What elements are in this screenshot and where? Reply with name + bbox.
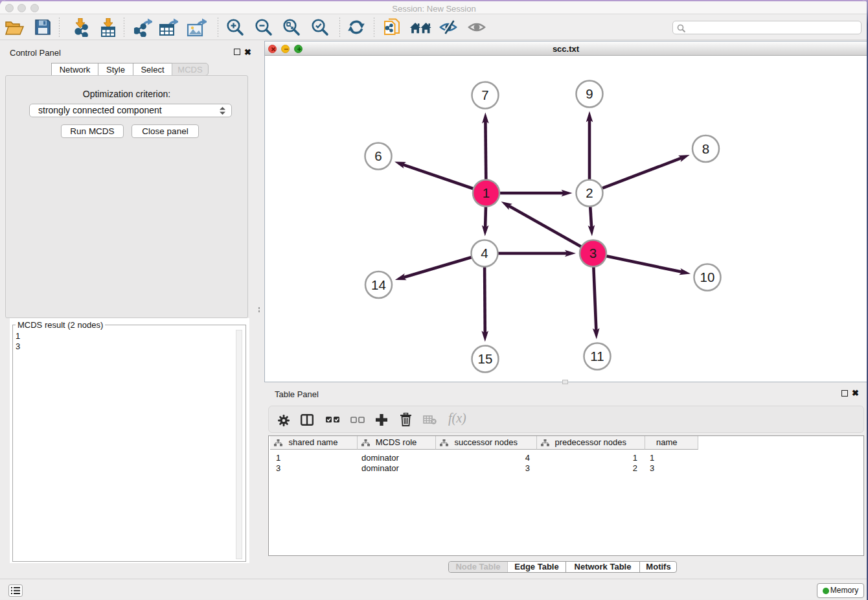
svg-text:2: 2	[586, 185, 593, 200]
svg-text:15: 15	[478, 351, 493, 366]
svg-text:11: 11	[590, 349, 604, 363]
svg-text:6: 6	[374, 148, 382, 163]
svg-text:7: 7	[481, 87, 488, 102]
svg-text:8: 8	[702, 141, 709, 156]
svg-text:4: 4	[481, 246, 488, 260]
svg-text:3: 3	[589, 246, 597, 260]
svg-text:1: 1	[483, 185, 490, 200]
svg-text:9: 9	[586, 86, 593, 101]
svg-text:14: 14	[371, 277, 386, 292]
svg-text:10: 10	[700, 270, 715, 284]
